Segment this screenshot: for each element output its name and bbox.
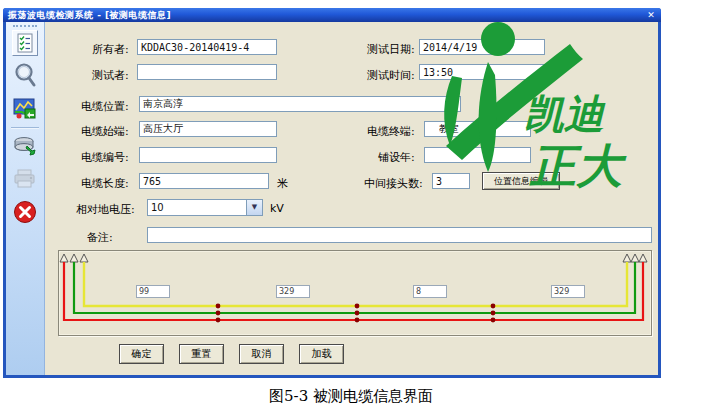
phase-voltage-select[interactable]: 10 ▼ bbox=[147, 199, 263, 216]
window-title: 振荡波电缆检测系统 - [被测电缆信息] bbox=[3, 8, 661, 22]
segment-length-field[interactable]: 99 bbox=[136, 285, 170, 298]
test-time-label: 测试时间: bbox=[367, 68, 415, 83]
zoom-icon[interactable] bbox=[12, 61, 38, 89]
lay-year-label: 铺设年: bbox=[378, 150, 415, 165]
tester-label: 测试者: bbox=[92, 68, 129, 83]
owner-input[interactable] bbox=[137, 39, 277, 55]
waveform-chart-icon[interactable] bbox=[12, 94, 38, 122]
phase-voltage-value: 10 bbox=[151, 202, 164, 213]
cable-length-input[interactable] bbox=[139, 173, 269, 189]
meter-unit-label: 米 bbox=[277, 176, 288, 191]
cable-location-label: 电缆位置: bbox=[81, 99, 129, 114]
toolbar-separator bbox=[11, 127, 39, 129]
test-date-label: 测试日期: bbox=[367, 42, 415, 57]
exit-icon[interactable] bbox=[12, 198, 38, 226]
cable-location-input[interactable] bbox=[139, 96, 461, 112]
title-bar[interactable]: 振荡波电缆检测系统 - [被测电缆信息] ✕ bbox=[3, 8, 661, 22]
cable-number-input[interactable] bbox=[139, 147, 277, 163]
joint-count-input[interactable] bbox=[432, 173, 470, 189]
kv-unit-label: kV bbox=[270, 202, 284, 215]
print-disabled-icon[interactable] bbox=[12, 165, 38, 193]
task-list-icon[interactable] bbox=[12, 30, 38, 56]
segment-length-field[interactable]: 329 bbox=[276, 285, 310, 298]
ok-button[interactable]: 确定 bbox=[119, 344, 164, 364]
chevron-down-icon[interactable]: ▼ bbox=[246, 200, 262, 215]
lay-year-input[interactable] bbox=[424, 147, 531, 163]
toolbar-sidebar bbox=[6, 22, 45, 375]
segment-length-field[interactable]: 8 bbox=[413, 285, 447, 298]
remark-label: 备注: bbox=[87, 230, 113, 245]
remark-input[interactable] bbox=[147, 227, 652, 243]
save-data-icon[interactable] bbox=[12, 132, 38, 160]
position-edit-button[interactable]: 位置信息编辑 bbox=[482, 172, 560, 190]
owner-label: 所有者: bbox=[92, 42, 129, 57]
joint-count-label: 中间接头数: bbox=[364, 176, 423, 191]
test-time-input[interactable] bbox=[419, 64, 545, 80]
close-icon[interactable]: ✕ bbox=[645, 9, 657, 21]
cable-length-label: 电缆长度: bbox=[81, 176, 129, 191]
cable-end-label: 电缆终端: bbox=[367, 124, 415, 139]
cancel-button[interactable]: 取消 bbox=[239, 344, 284, 364]
test-date-input[interactable] bbox=[419, 39, 545, 55]
cable-number-label: 电缆编号: bbox=[81, 150, 129, 165]
reset-button[interactable]: 重置 bbox=[179, 344, 224, 364]
cable-start-label: 电缆始端: bbox=[81, 124, 129, 139]
load-button[interactable]: 加载 bbox=[299, 344, 344, 364]
phase-voltage-label: 相对地电压: bbox=[76, 202, 135, 217]
cable-start-input[interactable] bbox=[139, 121, 277, 137]
toolbar-grip[interactable] bbox=[13, 25, 37, 27]
tester-input[interactable] bbox=[137, 64, 277, 80]
cable-end-input[interactable] bbox=[424, 121, 531, 137]
segment-length-field[interactable]: 329 bbox=[551, 285, 585, 298]
figure-caption: 图5-3 被测电缆信息界面 bbox=[0, 387, 702, 406]
